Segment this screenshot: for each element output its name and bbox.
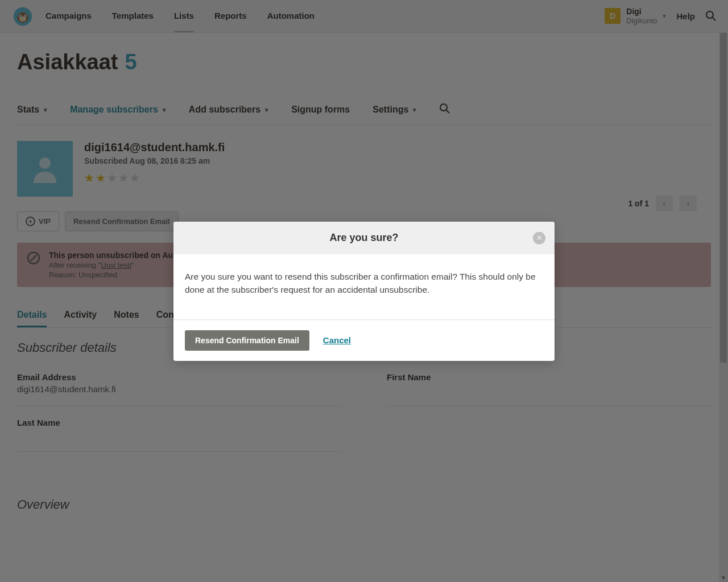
modal-title: Are you sure? (329, 232, 398, 244)
modal-header: Are you sure? ✕ (173, 222, 555, 254)
modal-cancel-link[interactable]: Cancel (323, 335, 351, 345)
modal-confirm-button[interactable]: Resend Confirmation Email (185, 330, 309, 351)
close-icon: ✕ (536, 234, 543, 242)
confirm-modal: Are you sure? ✕ Are you sure you want to… (173, 222, 555, 361)
modal-overlay: Are you sure? ✕ Are you sure you want to… (0, 0, 728, 582)
modal-close-button[interactable]: ✕ (533, 232, 545, 244)
modal-body: Are you sure you want to resend this sub… (173, 254, 555, 319)
modal-footer: Resend Confirmation Email Cancel (173, 319, 555, 361)
